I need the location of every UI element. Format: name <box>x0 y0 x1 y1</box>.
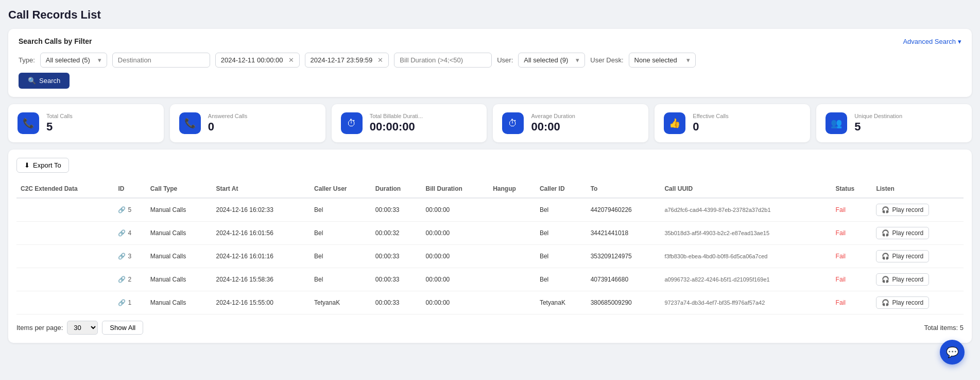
col-header-hangup: Hangup <box>489 180 536 198</box>
answered-calls-label: Answered Calls <box>208 113 247 119</box>
col-header-status: Status <box>832 180 872 198</box>
search-button-label: Search <box>39 77 60 85</box>
unique-destination-icon: 👥 <box>826 112 847 134</box>
call-type: Manual Calls <box>146 291 212 315</box>
date-from-field[interactable]: 2024-12-11 00:00:00 ✕ <box>215 53 300 68</box>
col-header-caller-id: Caller ID <box>536 180 587 198</box>
headphones-icon: 🎧 <box>882 276 889 283</box>
user-desk-value: None selected <box>634 56 677 64</box>
table-row: 🔗4 Manual Calls 2024-12-16 16:01:56 Bel … <box>16 222 964 245</box>
total-billable-icon: ⏱ <box>341 112 363 134</box>
bill-duration-input[interactable] <box>394 53 492 68</box>
table-body: 🔗5 Manual Calls 2024-12-16 16:02:33 Bel … <box>16 198 964 315</box>
row-id: 🔗1 <box>114 291 146 315</box>
table-row: 🔗3 Manual Calls 2024-12-16 16:01:16 Bel … <box>16 245 964 268</box>
unique-destination-value: 5 <box>854 120 902 134</box>
search-button[interactable]: 🔍 Search <box>19 73 70 89</box>
row-id: 🔗2 <box>114 268 146 291</box>
bill-duration: 00:00:00 <box>422 268 489 291</box>
items-per-page-select[interactable]: 30 50 100 <box>67 321 98 335</box>
stat-card-effective-calls: 👍 Effective Calls 0 <box>655 104 810 142</box>
col-header-id: ID <box>114 180 146 198</box>
type-select[interactable]: All selected (5) ▾ <box>40 53 107 68</box>
advanced-search-button[interactable]: Advanced Search ▾ <box>903 38 961 45</box>
bill-duration: 00:00:00 <box>422 198 489 222</box>
total-calls-value: 5 <box>46 120 73 134</box>
total-calls-icon: 📞 <box>18 112 39 134</box>
caller-id: Bel <box>536 222 587 245</box>
user-desk-label: User Desk: <box>590 56 623 64</box>
average-duration-content: Average Duration 00:00 <box>531 113 575 134</box>
duration: 00:00:33 <box>371 291 422 315</box>
total-billable-label: Total Billable Durati... <box>370 113 423 119</box>
calls-table: C2C Extended DataIDCall TypeStart AtCall… <box>16 180 964 315</box>
stats-row: 📞 Total Calls 5 📞 Answered Calls 0 ⏱ Tot… <box>8 104 972 142</box>
stat-card-average-duration: ⏱ Average Duration 00:00 <box>493 104 648 142</box>
play-record-button[interactable]: 🎧Play record <box>876 227 929 239</box>
status: Fail <box>832 245 872 268</box>
caller-user: TetyanaK <box>310 291 371 315</box>
status: Fail <box>832 268 872 291</box>
effective-calls-label: Effective Calls <box>693 113 729 119</box>
chevron-down-icon: ▾ <box>686 56 690 64</box>
caller-id: Bel <box>536 245 587 268</box>
listen[interactable]: 🎧Play record <box>872 245 964 268</box>
play-record-button[interactable]: 🎧Play record <box>876 250 929 262</box>
answered-calls-icon: 📞 <box>179 112 201 134</box>
table-section: ⬇ Export To C2C Extended DataIDCall Type… <box>8 150 972 343</box>
date-from-value: 2024-12-11 00:00:00 <box>221 56 283 64</box>
hangup <box>489 198 536 222</box>
chat-icon: 💬 <box>946 346 959 351</box>
caller-id: Bel <box>536 198 587 222</box>
date-to-clear-button[interactable]: ✕ <box>377 56 383 64</box>
c2c-data <box>16 198 114 222</box>
c2c-data <box>16 222 114 245</box>
duration: 00:00:32 <box>371 222 422 245</box>
stat-card-total-billable: ⏱ Total Billable Durati... 00:00:00 <box>332 104 487 142</box>
play-record-button[interactable]: 🎧Play record <box>876 273 929 286</box>
pagination-row: Items per page: 30 50 100 Show All Total… <box>16 321 964 335</box>
table-row: 🔗2 Manual Calls 2024-12-16 15:58:36 Bel … <box>16 268 964 291</box>
total-label: Total items: <box>924 324 958 332</box>
date-from-clear-button[interactable]: ✕ <box>288 56 294 64</box>
destination-input[interactable] <box>112 53 210 68</box>
to: 380685009290 <box>587 291 661 315</box>
hangup <box>489 291 536 315</box>
duration: 00:00:33 <box>371 268 422 291</box>
items-per-page-label: Items per page: <box>16 324 63 332</box>
listen[interactable]: 🎧Play record <box>872 222 964 245</box>
filter-header: Search Calls by Filter Advanced Search ▾ <box>19 37 961 45</box>
listen[interactable]: 🎧Play record <box>872 268 964 291</box>
play-record-button[interactable]: 🎧Play record <box>876 204 929 216</box>
c2c-data <box>16 291 114 315</box>
caller-user: Bel <box>310 268 371 291</box>
duration: 00:00:33 <box>371 198 422 222</box>
play-record-button[interactable]: 🎧Play record <box>876 296 929 309</box>
unique-destination-content: Unique Destination 5 <box>854 113 902 134</box>
user-select[interactable]: All selected (9) ▾ <box>518 53 585 68</box>
caller-id: Bel <box>536 268 587 291</box>
date-to-field[interactable]: 2024-12-17 23:59:59 ✕ <box>305 53 389 68</box>
call-type: Manual Calls <box>146 222 212 245</box>
listen[interactable]: 🎧Play record <box>872 291 964 315</box>
caller-user: Bel <box>310 198 371 222</box>
listen[interactable]: 🎧Play record <box>872 198 964 222</box>
col-header-bill-duration: Bill Duration <box>422 180 489 198</box>
start-at: 2024-12-16 16:01:16 <box>212 245 311 268</box>
export-button[interactable]: ⬇ Export To <box>16 158 69 173</box>
headphones-icon: 🎧 <box>882 229 889 237</box>
col-header-duration: Duration <box>371 180 422 198</box>
show-all-button[interactable]: Show All <box>102 321 143 335</box>
user-label: User: <box>497 56 513 64</box>
hangup <box>489 245 536 268</box>
to: 34421441018 <box>587 222 661 245</box>
bill-duration: 00:00:00 <box>422 291 489 315</box>
status: Fail <box>832 198 872 222</box>
start-at: 2024-12-16 16:01:56 <box>212 222 311 245</box>
user-desk-select[interactable]: None selected ▾ <box>629 53 696 68</box>
c2c-data <box>16 245 114 268</box>
total-calls-content: Total Calls 5 <box>46 113 73 134</box>
filter-row: Type: All selected (5) ▾ 2024-12-11 00:0… <box>19 53 961 68</box>
col-header-listen: Listen <box>872 180 964 198</box>
chevron-down-icon: ▾ <box>98 56 101 64</box>
